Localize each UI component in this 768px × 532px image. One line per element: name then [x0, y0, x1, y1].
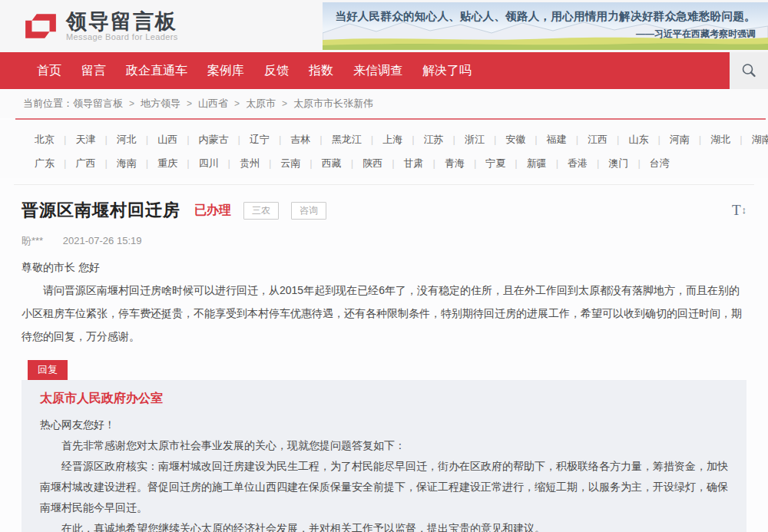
region-link[interactable]: 云南	[280, 157, 321, 170]
site-title: 领导留言板	[66, 11, 178, 32]
region-link[interactable]: 青海	[445, 157, 485, 170]
post-meta: 盼*** 2021-07-26 15:19	[22, 234, 746, 248]
nav-item-messages[interactable]: 留言	[71, 52, 116, 89]
text-size-button[interactable]: T ↕	[732, 202, 746, 219]
region-link[interactable]: 海南	[117, 157, 157, 170]
text-size-icon: T	[732, 202, 741, 219]
region-link[interactable]: 天津	[75, 133, 116, 147]
region-link[interactable]: 北京	[35, 133, 75, 147]
top-header: 领导留言板 Message Board for Leaders 当好人民群众的知…	[0, 0, 768, 52]
post-tag-category: 三农	[243, 202, 279, 220]
region-link[interactable]: 广东	[35, 157, 75, 170]
region-link[interactable]: 台湾	[650, 157, 670, 170]
region-link[interactable]: 浙江	[465, 133, 505, 147]
region-link[interactable]: 西藏	[322, 157, 362, 170]
text-size-arrow-icon: ↕	[742, 204, 747, 216]
region-link[interactable]: 香港	[568, 157, 608, 170]
nav-item-gov-enterprise[interactable]: 政企直通车	[116, 52, 197, 89]
search-button[interactable]	[730, 52, 768, 89]
region-link[interactable]: 吉林	[290, 133, 331, 147]
post-author: 盼***	[22, 235, 43, 246]
nav-item-home[interactable]: 首页	[27, 52, 71, 89]
banner-slogan: 当好人民群众的知心人、贴心人、领路人，用心用情用力解决好群众急难愁盼问题。	[323, 9, 768, 24]
post-title-row: 晋源区南堰村回迁房 已办理 三农 咨询 T ↕	[22, 199, 746, 222]
breadcrumb-item-city[interactable]: 太原市	[228, 97, 276, 111]
page: 领导留言板 Message Board for Leaders 当好人民群众的知…	[0, 0, 768, 532]
post-body: 尊敬的市长 您好 请问晋源区南堰村回迁房啥时候可以进行回迁，从2015年起到现在…	[22, 256, 746, 348]
region-link[interactable]: 河南	[670, 133, 710, 147]
region-link[interactable]: 贵州	[240, 157, 280, 170]
reply-box: 太原市人民政府办公室 热心网友您好！ 首先非常感谢您对太原市社会事业发展的关心，…	[22, 380, 746, 532]
search-icon	[740, 62, 757, 79]
breadcrumb-label: 当前位置：	[23, 97, 73, 111]
region-link[interactable]: 湖南	[752, 133, 768, 147]
region-row-2: 广东 广西 海南 重庆 四川 贵州 云南 西藏 陕西 甘肃 青海 宁夏 新疆 香…	[35, 151, 768, 175]
nav-item-cases[interactable]: 案例库	[197, 52, 254, 89]
breadcrumb-item-mayor[interactable]: 太原市市长张新伟	[276, 97, 373, 111]
logo-icon	[23, 10, 58, 42]
region-link[interactable]: 山西	[157, 133, 198, 147]
reply-body: 热心网友您好！ 首先非常感谢您对太原市社会事业发展的关心，现就您提问题答复如下：…	[40, 415, 728, 532]
reply-paragraph: 经晋源区政府核实：南堰村城改回迁房建设为民生工程，为了村民能尽早回迁，街办在区政…	[40, 456, 728, 518]
region-link[interactable]: 江西	[588, 133, 628, 147]
nav-item-survey[interactable]: 来信调查	[343, 52, 412, 89]
region-link[interactable]: 安徽	[505, 133, 546, 147]
region-link[interactable]: 四川	[199, 157, 240, 170]
region-link[interactable]: 内蒙古	[199, 133, 250, 147]
post-paragraph: 请问晋源区南堰村回迁房啥时候可以进行回迁，从2015年起到现在已经6年了，没有稳…	[22, 279, 746, 348]
region-link[interactable]: 湖北	[710, 133, 751, 147]
region-link[interactable]: 甘肃	[404, 157, 445, 170]
region-links: 北京 天津 河北 山西 内蒙古 辽宁 吉林 黑龙江 上海 江苏 浙江 安徽 福建…	[0, 120, 768, 178]
main-content: 晋源区南堰村回迁房 已办理 三农 咨询 T ↕ 盼*** 2021-07-26 …	[0, 185, 768, 532]
region-link[interactable]: 辽宁	[250, 133, 290, 147]
post-tag-type: 咨询	[291, 202, 326, 220]
region-link[interactable]: 河北	[117, 133, 157, 147]
site-subtitle: Message Board for Leaders	[66, 32, 178, 41]
region-row-1: 北京 天津 河北 山西 内蒙古 辽宁 吉林 黑龙江 上海 江苏 浙江 安徽 福建…	[35, 127, 768, 151]
site-logo[interactable]: 领导留言板 Message Board for Leaders	[23, 10, 178, 42]
breadcrumb-item-root[interactable]: 领导留言板	[73, 97, 123, 111]
region-link[interactable]: 澳门	[608, 157, 649, 170]
slogan-banner: 当好人民群众的知心人、贴心人、领路人，用心用情用力解决好群众急难愁盼问题。 ——…	[323, 2, 768, 50]
region-link[interactable]: 上海	[382, 133, 423, 147]
region-link[interactable]: 广西	[75, 157, 116, 170]
reply-tab: 回复	[28, 360, 68, 380]
reply-paragraph: 在此，真诚地希望您继续关心太原的经济社会发展，并对相关工作予以监督，提出宝贵的意…	[40, 518, 728, 532]
logo-text: 领导留言板 Message Board for Leaders	[66, 11, 178, 41]
banner-attribution: ——习近平在西藏考察时强调	[636, 28, 756, 41]
nav-item-resolved[interactable]: 解决了吗	[412, 52, 482, 89]
region-link[interactable]: 陕西	[362, 157, 403, 170]
region-link[interactable]: 重庆	[157, 157, 198, 170]
breadcrumb-item-province[interactable]: 山西省	[180, 97, 228, 111]
main-nav: 首页 留言 政企直通车 案例库 反馈 指数 来信调查 解决了吗	[0, 52, 768, 89]
reply-department: 太原市人民政府办公室	[40, 391, 728, 407]
region-link[interactable]: 山东	[628, 133, 669, 147]
region-link[interactable]: 江苏	[424, 133, 465, 147]
post-timestamp: 2021-07-26 15:19	[63, 235, 142, 246]
breadcrumb-item-local-leaders[interactable]: 地方领导	[123, 97, 180, 111]
post-paragraph: 尊敬的市长 您好	[22, 256, 746, 279]
reply-paragraph: 热心网友您好！	[40, 415, 728, 435]
breadcrumb: 当前位置： 领导留言板 地方领导 山西省 太原市 太原市市长张新伟	[0, 89, 768, 118]
status-badge: 已办理	[194, 203, 231, 219]
region-link[interactable]: 福建	[547, 133, 588, 147]
region-link[interactable]: 宁夏	[485, 157, 526, 170]
nav-item-feedback[interactable]: 反馈	[254, 52, 299, 89]
region-link[interactable]: 黑龙江	[332, 133, 382, 147]
nav-item-index[interactable]: 指数	[299, 52, 343, 89]
reply-paragraph: 首先非常感谢您对太原市社会事业发展的关心，现就您提问题答复如下：	[40, 435, 728, 456]
region-link[interactable]: 新疆	[527, 157, 568, 170]
post-title: 晋源区南堰村回迁房	[22, 199, 180, 222]
